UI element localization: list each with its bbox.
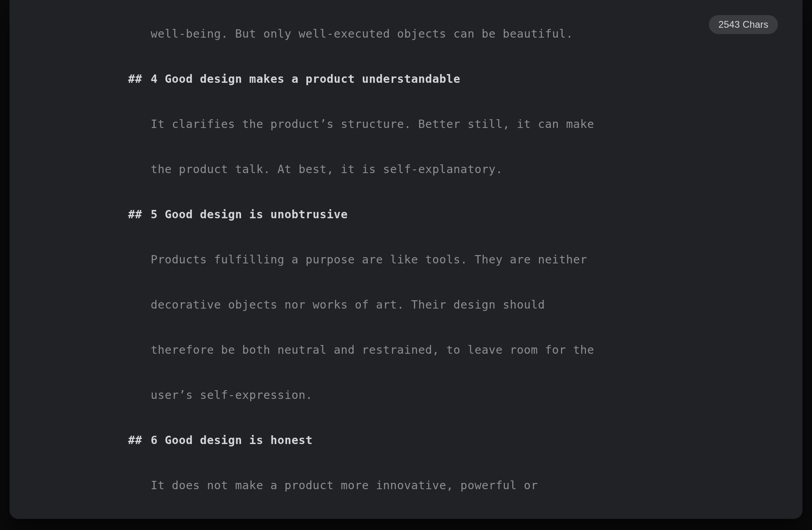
heading-marker: ## bbox=[128, 429, 151, 452]
heading-marker: ## bbox=[128, 68, 151, 90]
body-fragment-top: well-being. But only well-executed objec… bbox=[151, 23, 670, 45]
heading-text: 6 Good design is honest bbox=[151, 434, 312, 447]
heading-4: ## 4 Good design makes a product underst… bbox=[151, 68, 670, 90]
char-count-value: 2543 bbox=[718, 19, 740, 30]
body-5c: therefore be both neutral and restrained… bbox=[151, 339, 670, 361]
heading-6: ## 6 Good design is honest bbox=[151, 429, 670, 452]
editor-window: 2543 Chars well-being. But only well-exe… bbox=[10, 0, 802, 519]
body-6a: It does not make a product more innovati… bbox=[151, 474, 670, 497]
markdown-editor[interactable]: well-being. But only well-executed objec… bbox=[151, 0, 670, 519]
heading-text: 4 Good design makes a product understand… bbox=[151, 72, 460, 86]
body-4b: the product talk. At best, it is self-ex… bbox=[151, 158, 670, 181]
heading-text: 5 Good design is unobtrusive bbox=[151, 208, 348, 221]
heading-5: ## 5 Good design is unobtrusive bbox=[151, 203, 670, 226]
heading-marker: ## bbox=[128, 203, 151, 226]
body-5a: Products fulfilling a purpose are like t… bbox=[151, 248, 670, 271]
char-count-label: Chars bbox=[743, 19, 768, 30]
char-count-badge: 2543 Chars bbox=[709, 15, 778, 34]
body-4a: It clarifies the product’s structure. Be… bbox=[151, 113, 670, 135]
body-5b: decorative objects nor works of art. The… bbox=[151, 294, 670, 316]
body-5d: user’s self-expression. bbox=[151, 384, 670, 406]
